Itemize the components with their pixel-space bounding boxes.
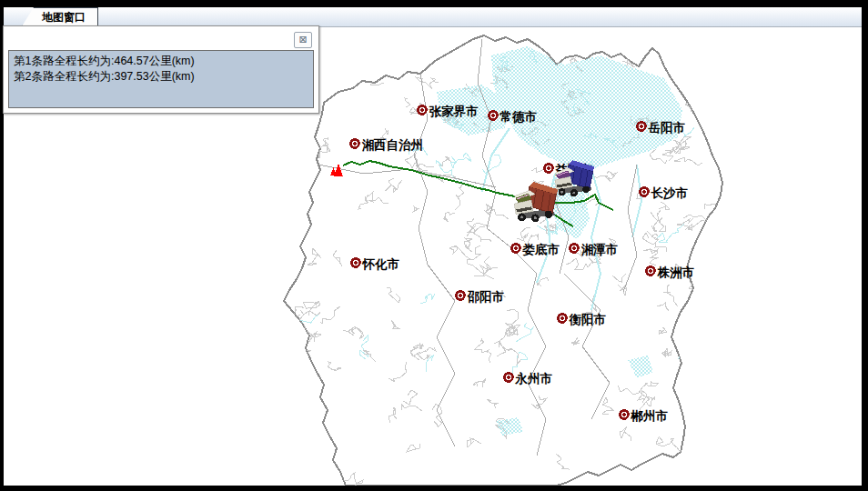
route-2-length-text: 第2条路全程长约为:397.53公里(km) [14, 69, 308, 85]
city-label: 岳阳市 [648, 121, 686, 135]
route-info-textbox: 第1条路全程长约为:464.57公里(km) 第2条路全程长约为:397.53公… [8, 50, 314, 108]
city-label: 张家界市 [429, 105, 479, 118]
city-label: 株洲市 [657, 266, 695, 279]
tab-map-window[interactable]: 地图窗口 [22, 7, 98, 26]
route-info-panel: ⊠ 第1条路全程长约为:464.57公里(km) 第2条路全程长约为:397.5… [3, 25, 319, 114]
city-label: 衡阳市 [569, 313, 607, 326]
tab-bar: 地图窗口 [4, 7, 862, 27]
city-label: 常德市 [500, 110, 538, 124]
city-label: 长沙市 [651, 186, 689, 200]
city-label: 娄底市 [522, 243, 560, 256]
city-label: 郴州市 [631, 409, 669, 423]
city-label: 邵阳市 [467, 290, 505, 304]
city-label: 怀化市 [362, 257, 400, 271]
map-window: 地图窗口 湘西自治州张家界市常德市岳阳市益阳市长沙市娄底市湘潭市株洲市怀化市邵阳… [0, 0, 868, 491]
city-label: 湘西自治州 [362, 138, 424, 152]
close-icon[interactable]: ⊠ [294, 32, 312, 48]
city-label: 湘潭市 [581, 243, 619, 256]
city-湘西自治州: 湘西自治州 [351, 138, 424, 152]
tab-label: 地图窗口 [35, 10, 86, 25]
route-1-length-text: 第1条路全程长约为:464.57公里(km) [14, 54, 308, 69]
city-label: 永州市 [515, 371, 553, 386]
